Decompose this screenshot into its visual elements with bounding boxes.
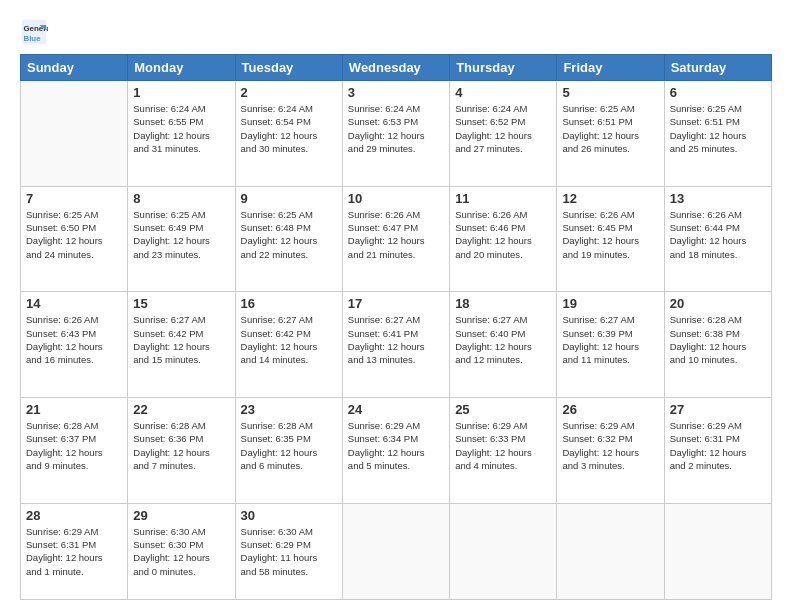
day-number: 29 [133, 508, 229, 523]
day-info: Sunrise: 6:30 AMSunset: 6:30 PMDaylight:… [133, 525, 229, 578]
day-info: Sunrise: 6:29 AMSunset: 6:31 PMDaylight:… [26, 525, 122, 578]
weekday-thursday: Thursday [450, 55, 557, 81]
day-info: Sunrise: 6:25 AMSunset: 6:51 PMDaylight:… [670, 102, 766, 155]
weekday-friday: Friday [557, 55, 664, 81]
calendar-cell [342, 503, 449, 599]
calendar-cell: 14Sunrise: 6:26 AMSunset: 6:43 PMDayligh… [21, 292, 128, 398]
day-number: 7 [26, 191, 122, 206]
day-info: Sunrise: 6:26 AMSunset: 6:43 PMDaylight:… [26, 313, 122, 366]
calendar-cell: 16Sunrise: 6:27 AMSunset: 6:42 PMDayligh… [235, 292, 342, 398]
calendar-cell: 20Sunrise: 6:28 AMSunset: 6:38 PMDayligh… [664, 292, 771, 398]
calendar-cell: 10Sunrise: 6:26 AMSunset: 6:47 PMDayligh… [342, 186, 449, 292]
day-info: Sunrise: 6:27 AMSunset: 6:41 PMDaylight:… [348, 313, 444, 366]
day-info: Sunrise: 6:27 AMSunset: 6:42 PMDaylight:… [241, 313, 337, 366]
calendar-cell: 6Sunrise: 6:25 AMSunset: 6:51 PMDaylight… [664, 81, 771, 187]
calendar-cell: 26Sunrise: 6:29 AMSunset: 6:32 PMDayligh… [557, 398, 664, 504]
calendar-cell: 13Sunrise: 6:26 AMSunset: 6:44 PMDayligh… [664, 186, 771, 292]
day-info: Sunrise: 6:27 AMSunset: 6:39 PMDaylight:… [562, 313, 658, 366]
weekday-monday: Monday [128, 55, 235, 81]
day-info: Sunrise: 6:29 AMSunset: 6:34 PMDaylight:… [348, 419, 444, 472]
header: General Blue [20, 18, 772, 46]
day-info: Sunrise: 6:24 AMSunset: 6:55 PMDaylight:… [133, 102, 229, 155]
day-number: 5 [562, 85, 658, 100]
calendar-cell: 30Sunrise: 6:30 AMSunset: 6:29 PMDayligh… [235, 503, 342, 599]
day-number: 1 [133, 85, 229, 100]
day-number: 20 [670, 296, 766, 311]
day-info: Sunrise: 6:25 AMSunset: 6:49 PMDaylight:… [133, 208, 229, 261]
day-number: 18 [455, 296, 551, 311]
day-number: 8 [133, 191, 229, 206]
day-number: 6 [670, 85, 766, 100]
calendar-cell [557, 503, 664, 599]
day-info: Sunrise: 6:26 AMSunset: 6:44 PMDaylight:… [670, 208, 766, 261]
day-info: Sunrise: 6:28 AMSunset: 6:35 PMDaylight:… [241, 419, 337, 472]
day-number: 28 [26, 508, 122, 523]
day-number: 17 [348, 296, 444, 311]
day-number: 26 [562, 402, 658, 417]
logo-icon: General Blue [20, 18, 48, 46]
calendar-cell: 28Sunrise: 6:29 AMSunset: 6:31 PMDayligh… [21, 503, 128, 599]
calendar-cell: 4Sunrise: 6:24 AMSunset: 6:52 PMDaylight… [450, 81, 557, 187]
day-number: 4 [455, 85, 551, 100]
weekday-saturday: Saturday [664, 55, 771, 81]
svg-text:Blue: Blue [24, 34, 42, 43]
day-info: Sunrise: 6:27 AMSunset: 6:40 PMDaylight:… [455, 313, 551, 366]
calendar-cell: 12Sunrise: 6:26 AMSunset: 6:45 PMDayligh… [557, 186, 664, 292]
calendar-cell: 15Sunrise: 6:27 AMSunset: 6:42 PMDayligh… [128, 292, 235, 398]
day-number: 22 [133, 402, 229, 417]
day-info: Sunrise: 6:24 AMSunset: 6:52 PMDaylight:… [455, 102, 551, 155]
day-number: 2 [241, 85, 337, 100]
day-number: 3 [348, 85, 444, 100]
day-info: Sunrise: 6:25 AMSunset: 6:51 PMDaylight:… [562, 102, 658, 155]
calendar-cell: 11Sunrise: 6:26 AMSunset: 6:46 PMDayligh… [450, 186, 557, 292]
day-info: Sunrise: 6:25 AMSunset: 6:48 PMDaylight:… [241, 208, 337, 261]
calendar-cell: 27Sunrise: 6:29 AMSunset: 6:31 PMDayligh… [664, 398, 771, 504]
calendar-table: SundayMondayTuesdayWednesdayThursdayFrid… [20, 54, 772, 600]
day-number: 14 [26, 296, 122, 311]
day-number: 12 [562, 191, 658, 206]
calendar-cell: 8Sunrise: 6:25 AMSunset: 6:49 PMDaylight… [128, 186, 235, 292]
day-number: 24 [348, 402, 444, 417]
calendar-cell: 7Sunrise: 6:25 AMSunset: 6:50 PMDaylight… [21, 186, 128, 292]
page: General Blue SundayMondayTuesdayWednesda… [0, 0, 792, 612]
calendar-cell: 22Sunrise: 6:28 AMSunset: 6:36 PMDayligh… [128, 398, 235, 504]
calendar-cell: 9Sunrise: 6:25 AMSunset: 6:48 PMDaylight… [235, 186, 342, 292]
day-info: Sunrise: 6:29 AMSunset: 6:32 PMDaylight:… [562, 419, 658, 472]
day-number: 15 [133, 296, 229, 311]
day-info: Sunrise: 6:25 AMSunset: 6:50 PMDaylight:… [26, 208, 122, 261]
day-info: Sunrise: 6:28 AMSunset: 6:38 PMDaylight:… [670, 313, 766, 366]
day-number: 21 [26, 402, 122, 417]
day-info: Sunrise: 6:29 AMSunset: 6:33 PMDaylight:… [455, 419, 551, 472]
calendar-cell: 24Sunrise: 6:29 AMSunset: 6:34 PMDayligh… [342, 398, 449, 504]
calendar-cell [450, 503, 557, 599]
day-info: Sunrise: 6:28 AMSunset: 6:36 PMDaylight:… [133, 419, 229, 472]
day-info: Sunrise: 6:26 AMSunset: 6:47 PMDaylight:… [348, 208, 444, 261]
calendar-cell [664, 503, 771, 599]
weekday-wednesday: Wednesday [342, 55, 449, 81]
day-number: 16 [241, 296, 337, 311]
day-number: 13 [670, 191, 766, 206]
day-info: Sunrise: 6:24 AMSunset: 6:53 PMDaylight:… [348, 102, 444, 155]
day-number: 23 [241, 402, 337, 417]
day-number: 27 [670, 402, 766, 417]
day-info: Sunrise: 6:26 AMSunset: 6:45 PMDaylight:… [562, 208, 658, 261]
calendar-cell: 29Sunrise: 6:30 AMSunset: 6:30 PMDayligh… [128, 503, 235, 599]
calendar-cell: 3Sunrise: 6:24 AMSunset: 6:53 PMDaylight… [342, 81, 449, 187]
calendar-cell: 23Sunrise: 6:28 AMSunset: 6:35 PMDayligh… [235, 398, 342, 504]
day-number: 30 [241, 508, 337, 523]
calendar-cell [21, 81, 128, 187]
day-info: Sunrise: 6:27 AMSunset: 6:42 PMDaylight:… [133, 313, 229, 366]
logo: General Blue [20, 18, 52, 46]
calendar-cell: 19Sunrise: 6:27 AMSunset: 6:39 PMDayligh… [557, 292, 664, 398]
calendar-cell: 5Sunrise: 6:25 AMSunset: 6:51 PMDaylight… [557, 81, 664, 187]
calendar-cell: 25Sunrise: 6:29 AMSunset: 6:33 PMDayligh… [450, 398, 557, 504]
day-info: Sunrise: 6:30 AMSunset: 6:29 PMDaylight:… [241, 525, 337, 578]
day-info: Sunrise: 6:24 AMSunset: 6:54 PMDaylight:… [241, 102, 337, 155]
day-number: 11 [455, 191, 551, 206]
day-number: 10 [348, 191, 444, 206]
calendar-cell: 2Sunrise: 6:24 AMSunset: 6:54 PMDaylight… [235, 81, 342, 187]
day-info: Sunrise: 6:29 AMSunset: 6:31 PMDaylight:… [670, 419, 766, 472]
day-number: 19 [562, 296, 658, 311]
calendar-cell: 18Sunrise: 6:27 AMSunset: 6:40 PMDayligh… [450, 292, 557, 398]
weekday-sunday: Sunday [21, 55, 128, 81]
